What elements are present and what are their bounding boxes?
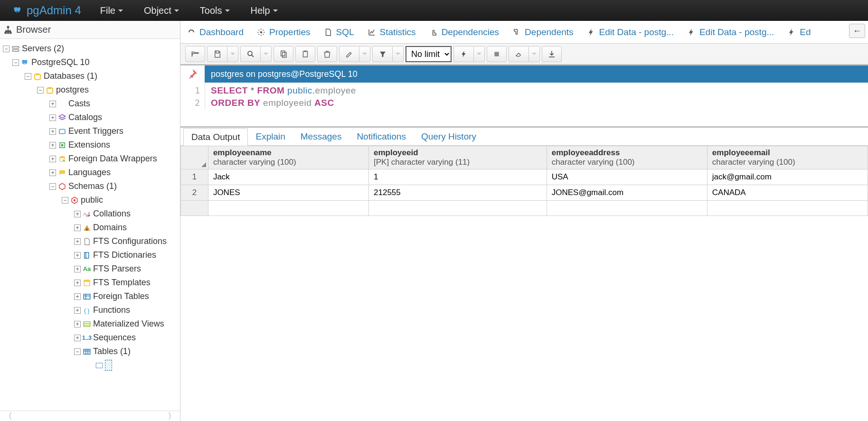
filter-dropdown[interactable] [392,46,404,62]
tab-dependents[interactable]: Dependents [506,21,580,43]
grid-cell[interactable]: Jack [208,169,368,185]
tree-toggle[interactable]: + [49,128,56,135]
tree-label[interactable]: Tables (1) [93,346,131,356]
grid-cell[interactable] [369,201,547,216]
find-button[interactable] [240,46,260,62]
row-number[interactable]: 1 [181,169,208,185]
tree-label[interactable]: Foreign Tables [93,291,149,301]
tree-toggle[interactable]: + [74,293,81,300]
tree-toggle[interactable]: + [74,280,81,286]
find-dropdown[interactable] [260,46,272,62]
tree-toggle[interactable]: + [74,252,81,259]
grid-cell[interactable]: 212555 [369,185,547,201]
tree-toggle[interactable]: + [74,225,81,231]
tree-label[interactable]: Extensions [68,140,110,150]
tree-toggle[interactable]: + [49,114,56,121]
execute-dropdown[interactable] [473,46,485,62]
tab-edit-data-1[interactable]: Edit Data - postg... [580,21,680,43]
tree-toggle[interactable]: − [3,46,9,52]
edit-button[interactable] [339,46,359,62]
grid-cell[interactable] [707,201,868,216]
column-header[interactable]: employeeaddresscharacter varying (100) [547,146,707,169]
tree-toggle[interactable]: + [49,156,56,162]
tree-toggle[interactable]: + [49,169,56,176]
column-header[interactable]: employeeid[PK] character varying (11) [369,146,547,169]
result-tab-query-history[interactable]: Query History [414,128,484,145]
tree-label[interactable]: Servers (2) [22,44,64,54]
tree-label[interactable]: Event Triggers [68,126,123,136]
grid-cell[interactable] [547,201,707,216]
tree-label-selected[interactable] [105,360,112,370]
grid-cell[interactable]: 1 [369,169,547,185]
grid-cell[interactable]: JONES@gmail.com [547,185,707,201]
execute-button[interactable] [453,46,473,62]
tree-label[interactable]: Casts [68,99,90,109]
tab-properties[interactable]: Properties [250,21,317,43]
download-button[interactable] [542,46,562,62]
column-header[interactable]: employeenamecharacter varying (100) [208,146,368,169]
tree-label[interactable]: public [81,195,103,205]
tree-toggle[interactable]: + [49,101,56,107]
grid-cell[interactable]: jack@gmail.com [707,169,868,185]
tree-toggle[interactable]: − [62,197,68,204]
table-row[interactable]: 2 JONES 212555 JONES@gmail.com CANADA [181,185,868,201]
table-row-empty[interactable] [181,201,868,216]
row-number[interactable] [181,201,208,216]
save-file-button[interactable] [207,46,227,62]
tree-label[interactable]: Schemas (1) [68,181,117,191]
filter-button[interactable] [372,46,392,62]
tab-edit-data-3[interactable]: Ed [781,21,817,43]
stop-button[interactable] [487,46,507,62]
tree-label[interactable]: postgres [56,85,89,95]
tree-label[interactable]: Databases (1) [44,71,97,81]
tree-label[interactable]: FTS Configurations [93,236,167,246]
tree-toggle[interactable]: + [49,142,56,149]
menu-object[interactable]: Object [133,0,189,21]
tree-toggle[interactable]: + [74,266,81,272]
row-number[interactable]: 2 [181,185,208,201]
tree-toggle[interactable]: − [37,87,44,94]
open-file-button[interactable] [185,46,205,62]
clear-dropdown[interactable] [528,46,540,62]
row-limit-select[interactable]: No limit [406,46,452,62]
grid-cell[interactable]: JONES [208,185,368,201]
editor-code[interactable]: SELECT * FROM public.employee ORDER BY e… [205,83,356,109]
tab-sql[interactable]: SQL [317,21,361,43]
result-tab-messages[interactable]: Messages [293,128,349,145]
result-tab-notifications[interactable]: Notifications [349,128,414,145]
grid-cell[interactable]: CANADA [707,185,868,201]
tab-scroll-back-button[interactable]: ← [849,24,865,38]
tree-label[interactable]: Collations [93,209,131,219]
grid-corner[interactable] [181,146,208,169]
sql-editor[interactable]: 12 SELECT * FROM public.employee ORDER B… [180,83,868,128]
object-tree[interactable]: −Servers (2) −PostgreSQL 10 −Databases (… [0,39,180,411]
tree-label[interactable]: FTS Templates [93,278,151,288]
tree-toggle[interactable]: + [74,307,81,314]
tree-label[interactable]: Foreign Data Wrappers [68,154,157,164]
table-row[interactable]: 1 Jack 1 USA jack@gmail.com [181,169,868,185]
grid-cell[interactable] [208,201,368,216]
tree-label[interactable]: FTS Dictionaries [93,250,156,260]
scroll-right-icon[interactable]: 〉 [168,411,176,421]
result-tab-data-output[interactable]: Data Output [183,128,248,146]
tree-toggle[interactable]: − [74,348,81,355]
edit-dropdown[interactable] [359,46,370,62]
pin-button[interactable] [180,65,205,83]
tree-label[interactable]: Domains [93,223,127,233]
menu-file[interactable]: File [90,0,133,21]
tree-toggle[interactable]: + [74,335,81,341]
clear-button[interactable] [509,46,528,62]
tree-label[interactable]: Materialized Views [93,319,164,329]
tree-label[interactable]: Functions [93,305,130,315]
tree-toggle[interactable]: + [74,321,81,327]
tab-statistics[interactable]: Statistics [361,21,423,43]
tree-label[interactable]: Languages [68,168,111,178]
tab-edit-data-2[interactable]: Edit Data - postg... [680,21,781,43]
column-header[interactable]: employeeemailcharacter varying (100) [707,146,868,169]
tree-label[interactable]: PostgreSQL 10 [31,57,89,67]
data-output-grid[interactable]: employeenamecharacter varying (100) empl… [180,146,868,216]
tree-label[interactable]: Catalogs [68,112,102,122]
result-tab-explain[interactable]: Explain [248,128,292,145]
save-dropdown[interactable] [227,46,238,62]
grid-cell[interactable]: USA [547,169,707,185]
